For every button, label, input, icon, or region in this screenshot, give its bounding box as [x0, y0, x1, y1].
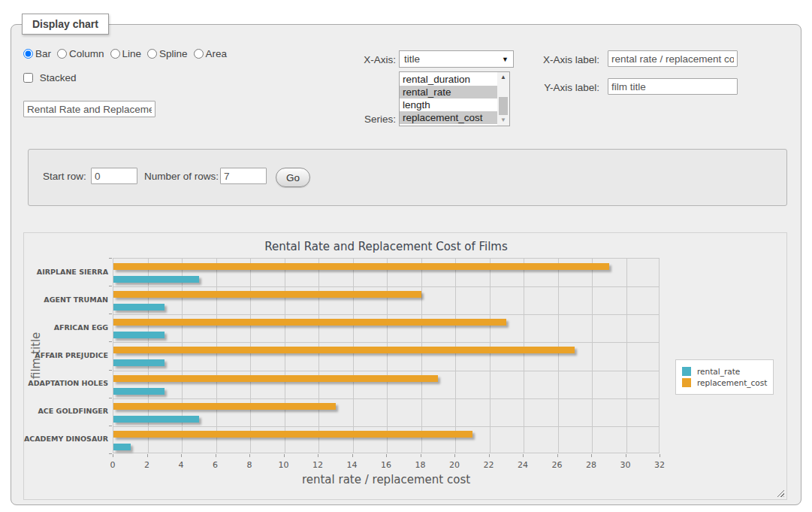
series-scrollbar[interactable]: ▲ ▼	[497, 72, 509, 126]
gridline	[285, 259, 285, 453]
y-tick-label: AGENT TRUMAN	[3, 295, 108, 304]
chevron-down-icon: ▼	[502, 56, 509, 63]
y-tick-label: ACE GOLDFINGER	[3, 407, 108, 415]
series-listbox[interactable]: rental_durationrental_ratelengthreplacem…	[399, 71, 510, 126]
x-tick-label: 2	[132, 460, 162, 470]
x-axis-label-input[interactable]	[608, 50, 738, 67]
x-tick-label: 16	[371, 460, 401, 470]
y-axis-label-field-label: Y-Axis label:	[536, 82, 599, 93]
chart-type-option-spline[interactable]: Spline	[147, 48, 188, 59]
chart-type-radio-column[interactable]	[57, 49, 67, 59]
x-tick-label: 8	[234, 460, 264, 470]
x-tick	[147, 454, 148, 457]
gridline	[113, 371, 659, 371]
scroll-up-icon[interactable]: ▲	[497, 72, 509, 83]
x-tick	[591, 454, 592, 457]
chart-type-radio-area[interactable]	[194, 49, 204, 59]
bar-replacement_cost-adaptation-holes	[113, 375, 438, 382]
x-tick-label: 14	[337, 460, 367, 470]
series-option-replacement_cost[interactable]: replacement_cost	[400, 111, 497, 124]
chart-controls: BarColumnLineSplineArea Stacked X-Axis: …	[11, 35, 801, 131]
x-tick-label: 24	[508, 460, 538, 470]
x-axis-select[interactable]: title ▼	[399, 50, 514, 68]
y-tick	[109, 286, 112, 286]
y-tick	[109, 426, 112, 426]
x-tick	[352, 454, 353, 457]
chart-title-input[interactable]	[23, 101, 155, 117]
y-tick	[109, 398, 112, 398]
x-tick-label: 22	[474, 460, 504, 470]
gridline	[250, 259, 251, 453]
scroll-down-icon[interactable]: ▼	[497, 115, 509, 126]
series-option-rental_duration[interactable]: rental_duration	[400, 73, 497, 86]
gridline	[558, 259, 559, 453]
bar-replacement_cost-ace-goldfinger	[113, 403, 336, 410]
bar-rental_rate-academy-dinosaur	[113, 444, 131, 450]
x-tick-label: 12	[303, 460, 333, 470]
gridline	[148, 259, 149, 453]
bar-replacement_cost-african-egg	[113, 319, 506, 326]
gridline	[455, 259, 456, 453]
y-tick-label: AFFAIR PREJUDICE	[3, 351, 108, 359]
x-tick-label: 30	[611, 460, 641, 470]
gridline	[524, 259, 524, 453]
gridline	[113, 314, 659, 315]
gridline	[113, 342, 659, 343]
x-tick	[557, 454, 558, 457]
x-axis-label-field-label: X-Axis label:	[536, 54, 599, 65]
chart-title: Rental Rate and Replacement Cost of Film…	[113, 240, 660, 253]
series-option-length[interactable]: length	[400, 98, 497, 111]
y-tick-label: ADAPTATION HOLES	[3, 379, 108, 387]
x-tick-label: 4	[166, 460, 196, 470]
gridline	[113, 286, 659, 287]
gridline	[592, 259, 593, 453]
bar-rental_rate-agent-truman	[113, 304, 165, 311]
legend-swatch	[682, 367, 691, 376]
chart-type-option-line[interactable]: Line	[110, 48, 142, 59]
x-tick	[454, 454, 455, 457]
panel-title: Display chart	[22, 14, 109, 35]
chart-type-option-area[interactable]: Area	[194, 48, 228, 59]
y-tick-label: ACADEMY DINOSAUR	[3, 435, 108, 443]
stacked-label: Stacked	[40, 72, 77, 83]
chart-type-radio-spline[interactable]	[147, 49, 157, 59]
bar-replacement_cost-affair-prejudice	[113, 347, 575, 353]
x-tick	[386, 454, 387, 457]
legend-swatch	[682, 378, 691, 387]
x-tick	[284, 454, 285, 457]
x-tick	[181, 454, 182, 457]
start-row-input[interactable]	[91, 168, 137, 184]
resize-grip-icon[interactable]	[777, 489, 784, 497]
num-rows-input[interactable]	[220, 168, 267, 184]
row-range-box: Start row: Number of rows: Go	[28, 149, 787, 206]
bar-rental_rate-airplane-sierra	[113, 276, 199, 283]
chart-type-option-column[interactable]: Column	[57, 48, 104, 59]
legend-item-rental_rate: rental_rate	[682, 367, 767, 376]
gridline	[182, 259, 183, 453]
y-axis-label-input[interactable]	[608, 78, 738, 95]
x-axis-select-label: X-Axis:	[342, 54, 396, 65]
bar-rental_rate-adaptation-holes	[113, 388, 165, 395]
x-tick	[489, 454, 490, 457]
chart-type-radiogroup: BarColumnLineSplineArea	[23, 48, 233, 59]
stacked-checkbox-row[interactable]: Stacked	[23, 72, 77, 83]
chart-container: Rental Rate and Replacement Cost of Film…	[23, 232, 787, 500]
chart-type-radio-bar[interactable]	[23, 49, 33, 59]
gridline	[318, 259, 319, 453]
gridline	[490, 259, 491, 453]
bar-rental_rate-ace-goldfinger	[113, 416, 199, 423]
gridline	[626, 259, 627, 453]
num-rows-label: Number of rows:	[144, 171, 219, 182]
gridline	[216, 259, 217, 453]
scrollbar-thumb[interactable]	[499, 97, 508, 115]
bar-replacement_cost-agent-truman	[113, 291, 421, 298]
y-tick	[109, 370, 112, 371]
go-button[interactable]: Go	[276, 168, 310, 187]
chart-type-option-bar[interactable]: Bar	[23, 48, 51, 59]
x-tick	[523, 454, 524, 457]
x-tick	[113, 454, 113, 457]
chart-type-radio-line[interactable]	[110, 49, 120, 59]
series-option-rental_rate[interactable]: rental_rate	[400, 86, 497, 98]
stacked-checkbox[interactable]	[23, 73, 33, 83]
gridline	[113, 426, 659, 427]
